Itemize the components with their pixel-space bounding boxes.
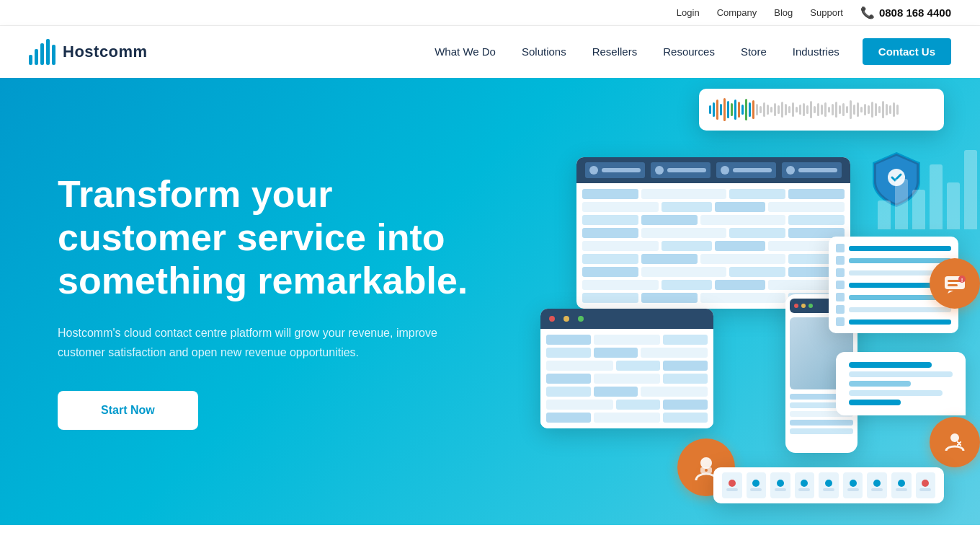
wbar	[738, 102, 740, 118]
logo-link[interactable]: Hostcomm	[29, 39, 148, 65]
wbar	[767, 105, 769, 115]
list-item	[836, 256, 951, 265]
wbar	[821, 105, 823, 115]
main-dashboard-card	[576, 157, 850, 309]
orange-badge-chat: !	[930, 258, 980, 309]
wbar	[734, 100, 736, 120]
bubble-line	[849, 400, 901, 405]
support-link[interactable]: Support	[810, 7, 843, 18]
table-row	[546, 413, 708, 423]
dot-yellow	[564, 316, 569, 322]
wbar	[875, 103, 877, 116]
table-row	[546, 361, 708, 371]
list-item	[836, 244, 951, 252]
hero-illustration: !	[490, 78, 980, 525]
wbar	[886, 104, 888, 115]
table-cell	[546, 400, 613, 410]
col-icon	[589, 166, 598, 175]
table-row	[582, 241, 845, 251]
wbar	[723, 98, 726, 121]
chart-bar	[930, 164, 943, 229]
table-cell	[582, 254, 638, 264]
table-cell	[715, 202, 765, 212]
table-cell	[582, 202, 659, 212]
wbar	[857, 102, 859, 117]
nav-link-store[interactable]: Store	[729, 40, 778, 63]
secondary-card	[540, 309, 713, 428]
company-link[interactable]: Company	[717, 7, 757, 18]
ti-line	[726, 488, 738, 491]
ti-circle	[850, 480, 857, 487]
col-icon	[655, 166, 664, 175]
nav-link-what-we-do[interactable]: What We Do	[423, 40, 507, 63]
list-line	[849, 319, 951, 325]
svg-rect-3	[948, 284, 958, 286]
table-cell	[663, 361, 708, 371]
ti-circle	[873, 480, 881, 487]
table-cell	[582, 228, 638, 238]
logo-bar-1	[29, 55, 32, 65]
phone-icon: 📞	[860, 6, 875, 19]
wbar	[770, 107, 772, 113]
wbar	[763, 102, 765, 117]
toolbar-icon-stop	[916, 472, 936, 498]
disconnect-indicator	[729, 480, 736, 487]
mobile-dot-red	[794, 304, 798, 308]
ti-line	[919, 488, 931, 491]
toolbar-icon-camera	[819, 472, 839, 498]
wbar	[778, 105, 780, 114]
nav-link-resellers[interactable]: Resellers	[581, 40, 649, 63]
ti-circle	[752, 480, 760, 487]
wbar	[799, 105, 801, 115]
wbar	[803, 103, 805, 116]
list-checkbox	[836, 256, 845, 265]
wbar	[814, 106, 816, 113]
wbar	[882, 101, 884, 118]
table-cell	[616, 400, 661, 410]
login-link[interactable]: Login	[677, 7, 700, 18]
list-checkbox	[836, 281, 845, 289]
table-row	[582, 215, 845, 225]
table-cell	[715, 241, 765, 251]
table-cell	[729, 189, 785, 199]
col-label	[733, 168, 772, 172]
col-icon	[721, 166, 729, 175]
wbar	[864, 104, 866, 115]
wbar	[713, 102, 715, 117]
table-cell	[546, 387, 591, 397]
list-checkbox	[836, 244, 845, 252]
nav-link-solutions[interactable]: Solutions	[510, 40, 578, 63]
table-cell	[700, 215, 785, 225]
person-icon	[942, 429, 968, 455]
nav-links: What We Do Solutions Resellers Resources…	[423, 45, 951, 58]
table-cell	[641, 254, 698, 264]
wbar	[716, 100, 718, 120]
header-col-2	[651, 162, 710, 178]
wbar	[817, 103, 819, 116]
nav-link-industries[interactable]: Industries	[781, 40, 851, 63]
ti-circle	[825, 480, 832, 487]
orange-badge-person	[930, 417, 980, 467]
list-checkbox	[836, 317, 845, 326]
table-cell	[788, 189, 845, 199]
table-cell	[662, 202, 712, 212]
bubble-line	[849, 371, 953, 377]
contact-us-button[interactable]: Contact Us	[863, 38, 951, 65]
table-cell	[641, 348, 708, 358]
blog-link[interactable]: Blog	[774, 7, 793, 18]
wbar	[860, 107, 863, 113]
wbar	[709, 105, 711, 114]
nav-link-resources[interactable]: Resources	[651, 40, 726, 63]
ti-line	[896, 488, 907, 491]
wbar	[846, 106, 848, 113]
list-checkbox	[836, 268, 845, 277]
table-cell	[641, 267, 726, 277]
wbar	[810, 101, 812, 118]
start-now-button[interactable]: Start Now	[58, 391, 198, 430]
list-checkbox	[836, 293, 845, 301]
table-cell	[641, 215, 698, 225]
table-cell	[594, 348, 638, 358]
nav-item-resources: Resources	[651, 45, 726, 58]
list-checkbox	[836, 305, 845, 314]
hero-title: Transform your customer service into som…	[58, 173, 504, 302]
